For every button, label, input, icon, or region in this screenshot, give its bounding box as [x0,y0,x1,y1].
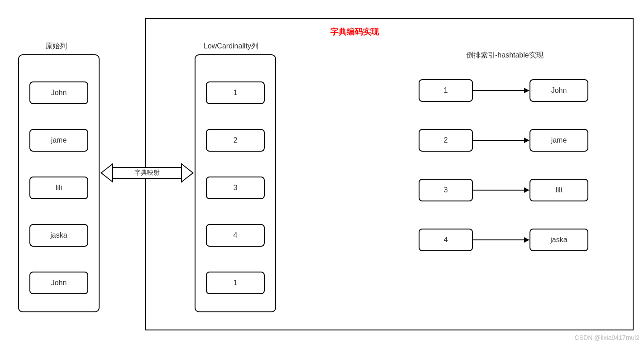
lowcard-cell: 2 [206,129,265,152]
lowcard-cell: 4 [206,224,265,247]
original-cell: jaska [29,224,88,247]
original-column-label: 原始列 [45,42,67,51]
arrow-right-head-icon [181,163,194,183]
mapping-arrow: 字典映射 [100,163,194,183]
diagram-title: 字典编码实现 [330,26,379,37]
lowcard-cell: 1 [206,272,265,294]
index-value-cell: John [530,79,588,102]
original-cell: jame [29,129,88,152]
index-arrow [473,190,525,191]
index-arrow [473,90,525,91]
mapping-arrow-label: 字典映射 [113,167,181,179]
index-value-cell: jame [530,129,588,152]
arrow-right-icon [524,88,530,93]
index-key-cell: 2 [419,129,473,152]
lowcard-cell: 3 [206,177,265,199]
index-key-cell: 4 [419,229,473,251]
original-cell: lili [29,177,88,199]
original-cell: John [29,81,88,104]
index-arrow [473,239,525,240]
index-key-cell: 3 [419,179,473,201]
index-arrow [473,140,525,141]
arrow-right-icon [524,187,530,193]
low-cardinality-label: LowCardinality列 [204,42,258,51]
arrow-right-icon [524,237,530,243]
index-value-cell: jaska [530,229,588,251]
lowcard-cell: 1 [206,81,265,104]
arrow-right-icon [524,138,530,143]
index-value-cell: lili [530,179,588,201]
arrow-left-head-icon [100,163,113,183]
original-cell: John [29,272,88,294]
inverted-index-label: 倒排索引-hashtable实现 [466,51,544,60]
watermark: CSDN @lixia0417mul2 [575,334,639,341]
index-key-cell: 1 [419,79,473,102]
